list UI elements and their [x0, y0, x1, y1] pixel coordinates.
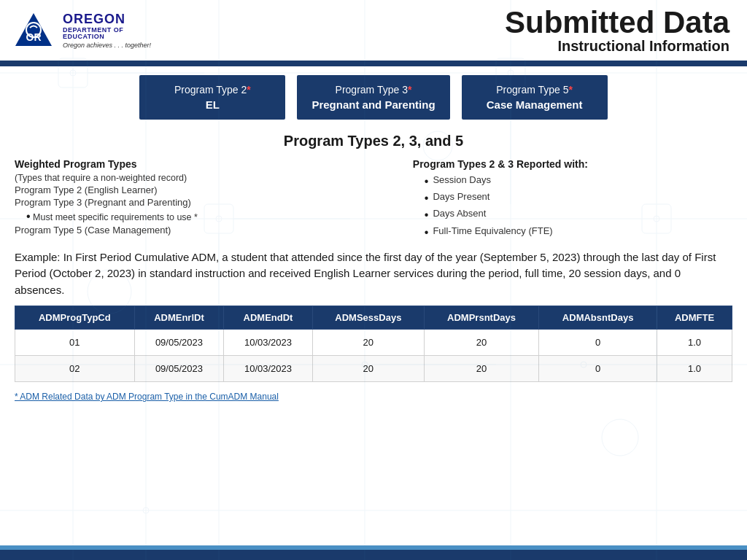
svg-point-26: [88, 270, 131, 314]
svg-point-27: [423, 131, 452, 160]
svg-point-28: [602, 419, 638, 456]
